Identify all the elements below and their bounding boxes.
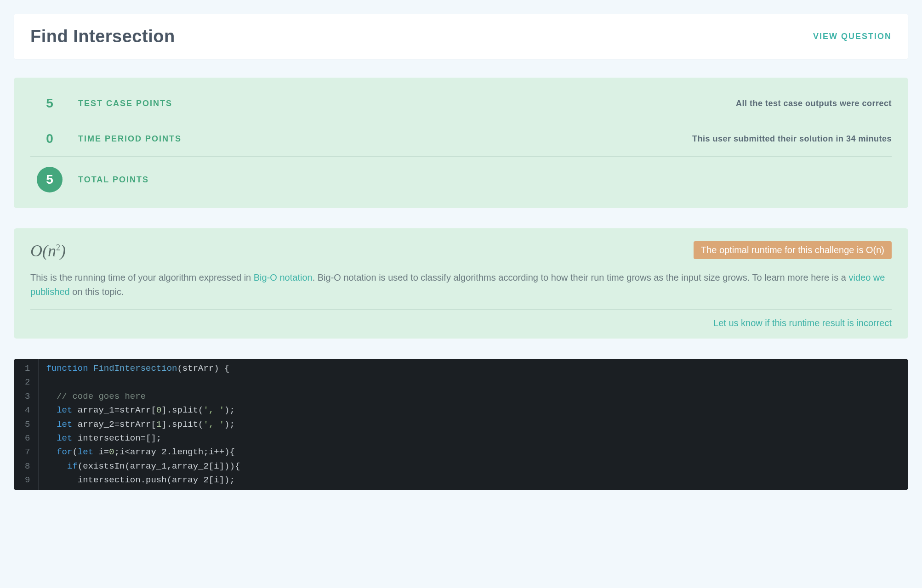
- view-question-link[interactable]: VIEW QUESTION: [813, 32, 892, 41]
- runtime-desc-text: This is the running time of your algorit…: [30, 272, 254, 283]
- line-number: 4: [25, 403, 30, 417]
- runtime-desc-text: . Big-O notation is used to classify alg…: [313, 272, 849, 283]
- header-card: Find Intersection VIEW QUESTION: [14, 14, 908, 59]
- line-number: 7: [25, 445, 30, 459]
- points-label: TIME PERIOD POINTS: [78, 134, 692, 144]
- points-label: TEST CASE POINTS: [78, 99, 736, 108]
- code-line: // code goes here: [46, 390, 901, 403]
- line-number: 3: [25, 390, 30, 403]
- line-number: 9: [25, 473, 30, 487]
- line-number: 2: [25, 375, 30, 389]
- points-detail: All the test case outputs were correct: [736, 99, 892, 108]
- bigo-notation-link[interactable]: Big-O notation: [254, 272, 313, 283]
- page-title: Find Intersection: [30, 27, 175, 46]
- code-line: for(let i=0;i<array_2.length;i++){: [46, 445, 901, 459]
- code-gutter: 123456789: [14, 359, 39, 490]
- runtime-feedback-row: Let us know if this runtime result is in…: [30, 309, 892, 328]
- code-line: if(existsIn(array_1,array_2[i])){: [46, 459, 901, 473]
- line-number: 1: [25, 362, 30, 375]
- points-card: 5 TEST CASE POINTS All the test case out…: [14, 78, 908, 208]
- code-editor: 123456789 function FindIntersection(strA…: [14, 359, 908, 490]
- line-number: 8: [25, 459, 30, 473]
- runtime-feedback-link[interactable]: Let us know if this runtime result is in…: [713, 318, 892, 328]
- bigo-complexity: O(n2): [30, 241, 66, 260]
- points-value: 0: [30, 131, 69, 146]
- points-row-time-period: 0 TIME PERIOD POINTS This user submitted…: [30, 121, 892, 156]
- runtime-card: O(n2) The optimal runtime for this chall…: [14, 228, 908, 339]
- points-row-total: 5 TOTAL POINTS: [30, 156, 892, 195]
- line-number: 5: [25, 418, 30, 431]
- runtime-top-row: O(n2) The optimal runtime for this chall…: [30, 241, 892, 260]
- code-line: [46, 375, 901, 389]
- runtime-desc-text: on this topic.: [70, 287, 124, 297]
- runtime-description: This is the running time of your algorit…: [30, 271, 892, 299]
- optimal-runtime-badge: The optimal runtime for this challenge i…: [694, 241, 892, 259]
- points-detail: This user submitted their solution in 34…: [692, 134, 892, 144]
- code-line: let array_1=strArr[0].split(', ');: [46, 403, 901, 417]
- code-line: let array_2=strArr[1].split(', ');: [46, 418, 901, 431]
- code-line: function FindIntersection(strArr) {: [46, 362, 901, 375]
- points-label: TOTAL POINTS: [78, 175, 892, 185]
- code-content: function FindIntersection(strArr) { // c…: [39, 359, 908, 490]
- points-value: 5: [30, 96, 69, 111]
- points-row-test-case: 5 TEST CASE POINTS All the test case out…: [30, 86, 892, 121]
- code-line: intersection.push(array_2[i]);: [46, 473, 901, 487]
- code-line: let intersection=[];: [46, 431, 901, 445]
- total-points-badge: 5: [37, 167, 63, 192]
- line-number: 6: [25, 431, 30, 445]
